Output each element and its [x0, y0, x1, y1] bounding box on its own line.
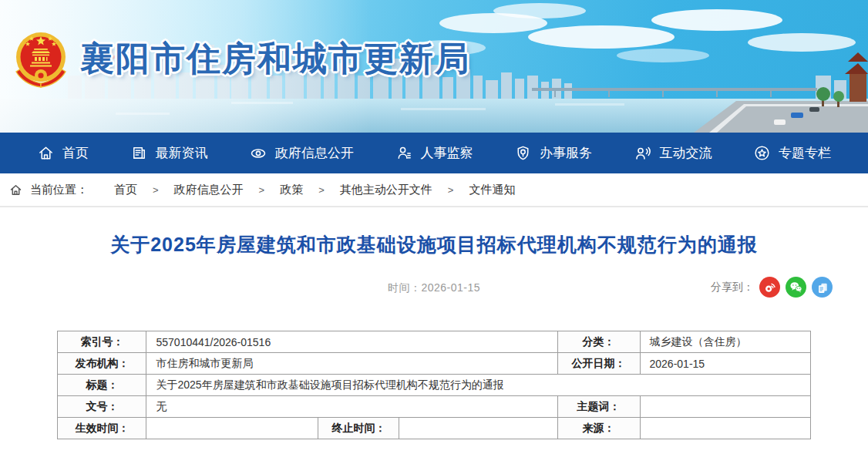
nav-label: 人事监察: [421, 144, 473, 162]
nav-label: 专题专栏: [779, 144, 831, 162]
table-row: 生效时间： 终止时间： 来源：: [58, 418, 810, 439]
chat-icon: [634, 144, 652, 163]
index-label: 索引号：: [58, 331, 146, 353]
nav-item-topics[interactable]: 专题专栏: [753, 144, 831, 162]
article-title: 关于2025年房屋建筑和市政基础设施项目招标代理机构不规范行为的通报: [46, 232, 822, 257]
nav-label: 互动交流: [660, 144, 712, 162]
title-value: 关于2025年房屋建筑和市政基础设施项目招标代理机构不规范行为的通报: [146, 375, 810, 396]
table-row: 文号： 无 主题词：: [58, 396, 810, 418]
breadcrumb-prefix: 当前位置：: [30, 183, 88, 197]
document-meta-table: 索引号： 557010441/2026-01516 分类： 城乡建设（含住房） …: [57, 331, 810, 439]
category-label: 分类：: [557, 331, 640, 353]
wechat-icon[interactable]: [786, 277, 806, 298]
nav-item-news[interactable]: 最新资讯: [130, 144, 208, 162]
docnum-value: 无: [146, 396, 557, 418]
pubdate-label: 公开日期：: [557, 353, 640, 375]
keywords-label: 主题词：: [557, 396, 640, 418]
breadcrumb-item-policy[interactable]: 政策: [280, 183, 303, 197]
nav-item-personnel[interactable]: 人事监察: [395, 144, 473, 162]
source-value: [640, 418, 810, 439]
breadcrumb-item-other-docs[interactable]: 其他主动公开文件: [340, 183, 432, 197]
nav-label: 首页: [62, 144, 89, 162]
share-bar: 分享到：: [711, 277, 833, 298]
index-value: 557010441/2026-01516: [146, 331, 557, 353]
breadcrumb-item-notices[interactable]: 文件通知: [469, 183, 515, 197]
effective-value: [146, 418, 318, 439]
keywords-value: [640, 396, 810, 418]
article: 关于2025年房屋建筑和市政基础设施项目招标代理机构不规范行为的通报 时间：20…: [0, 232, 868, 439]
agency-label: 发布机构：: [58, 353, 146, 375]
article-meta-row: 时间：2026-01-15 分享到：: [0, 277, 868, 300]
agency-value: 市住房和城市更新局: [146, 353, 557, 375]
site-brand[interactable]: 襄阳市住房和城市更新局: [12, 29, 470, 88]
national-emblem-icon: [12, 29, 69, 88]
site-title: 襄阳市住房和城市更新局: [80, 36, 470, 82]
star-icon: [753, 144, 771, 162]
nav-label: 政府信息公开: [275, 144, 354, 162]
effective-label: 生效时间：: [58, 418, 146, 439]
title-label: 标题：: [58, 375, 146, 396]
breadcrumb-separator: >: [153, 184, 159, 196]
time-value: 2026-01-15: [421, 281, 480, 294]
breadcrumb: 当前位置： 首页 > 政府信息公开 > 政策 > 其他主动公开文件 > 文件通知: [0, 173, 868, 207]
nav-item-services[interactable]: 办事服务: [514, 144, 592, 162]
person-icon: [395, 144, 413, 162]
table-row: 发布机构： 市住房和城市更新局 公开日期： 2026-01-15: [58, 353, 810, 375]
pubdate-value: 2026-01-15: [640, 353, 810, 375]
shield-icon: [514, 144, 532, 162]
table-row: 索引号： 557010441/2026-01516 分类： 城乡建设（含住房）: [58, 331, 810, 353]
home-icon: [37, 144, 55, 162]
breadcrumb-separator: >: [259, 184, 265, 196]
share-label: 分享到：: [711, 281, 754, 294]
expiry-value: [399, 418, 557, 439]
docnum-label: 文号：: [58, 396, 146, 418]
nav-label: 最新资讯: [156, 144, 208, 162]
nav-item-gov-info[interactable]: 政府信息公开: [249, 144, 354, 163]
breadcrumb-item-gov-info[interactable]: 政府信息公开: [174, 183, 244, 197]
nav-item-home[interactable]: 首页: [37, 144, 89, 162]
nav-label: 办事服务: [540, 144, 592, 162]
category-value: 城乡建设（含住房）: [640, 331, 810, 353]
news-icon: [130, 144, 148, 162]
table-row: 标题： 关于2025年房屋建筑和市政基础设施项目招标代理机构不规范行为的通报: [58, 375, 810, 396]
copy-icon[interactable]: [812, 277, 833, 298]
main-nav: 首页 最新资讯 政府信息公开 人事监察 办: [0, 133, 868, 173]
source-label: 来源：: [557, 418, 640, 439]
breadcrumb-item-home[interactable]: 首页: [114, 183, 137, 197]
weibo-icon[interactable]: [759, 277, 780, 298]
expiry-label: 终止时间：: [318, 418, 399, 439]
site-banner: 襄阳市住房和城市更新局: [0, 0, 868, 133]
eye-icon: [249, 144, 267, 163]
home-small-icon: [9, 183, 22, 197]
nav-item-interaction[interactable]: 互动交流: [634, 144, 712, 163]
breadcrumb-separator: >: [318, 184, 325, 196]
time-label: 时间：: [388, 281, 422, 294]
breadcrumb-separator: >: [448, 184, 454, 196]
